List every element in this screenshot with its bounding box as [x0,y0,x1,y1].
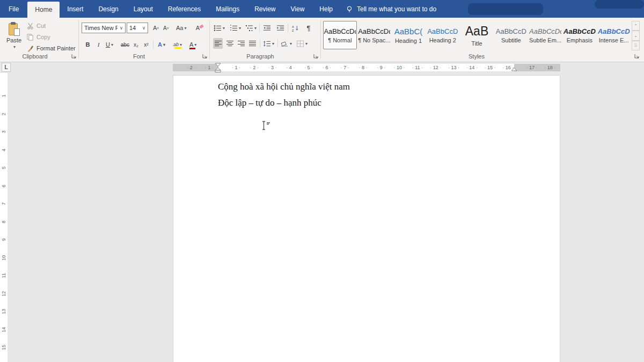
ruler-number: 3 [264,64,282,71]
ruler-number: 9 [372,64,390,71]
font-size-dropdown-icon[interactable]: ∨ [140,25,148,31]
tab-home[interactable]: Home [27,2,60,18]
clear-formatting-button[interactable]: A [193,23,202,33]
shrink-font-button[interactable]: A˅ [162,23,171,33]
paragraph[interactable]: Độc lập – tự do – hạnh phúc [218,95,516,111]
style-heading-1[interactable]: AaBbC( Heading 1 [392,21,426,49]
tab-file[interactable]: File [0,0,27,18]
tab-view[interactable]: View [283,0,312,18]
paragraph-dialog-launcher[interactable] [313,53,319,59]
style-heading-2[interactable]: AaBbCcD Heading 2 [426,21,459,49]
bullets-button[interactable]: ▾ [213,23,225,33]
vertical-ruler[interactable]: 12345678910111213141516 [0,73,8,362]
styles-scroll-up-button[interactable]: ⌃ [632,21,640,31]
decrease-indent-button[interactable] [262,23,272,33]
tell-me-box[interactable]: Tell me what you want to do [340,0,442,18]
svg-text:A: A [291,25,294,28]
text-effects-button[interactable]: A▾ [156,39,167,50]
tab-review[interactable]: Review [247,0,283,18]
titlebar-smudge [468,3,543,15]
document-page[interactable]: Cộng hoà xã hội chủ nghĩa việt nam Độc l… [173,75,560,362]
ruler-number: 13 [445,64,463,71]
style-subtitle[interactable]: AaBbCcD Subtitle [494,21,528,49]
tab-references[interactable]: References [160,0,208,18]
style-emphasis[interactable]: AaBbCcDd Emphasis [562,21,596,49]
increase-indent-button[interactable] [275,23,285,33]
style-name: Title [471,40,482,47]
tab-layout[interactable]: Layout [126,0,160,18]
cut-button[interactable]: Cut [27,21,46,31]
bold-button[interactable]: B [83,39,92,50]
indent-markers[interactable] [215,63,221,72]
styles-gallery-scroll: ⌃ ⌄ ⍗ [632,21,640,50]
tab-design[interactable]: Design [91,0,126,18]
subscript-label: x₂ [134,42,138,48]
style-no-spacing[interactable]: AaBbCcDd ¶ No Spac... [357,21,391,49]
copy-button[interactable]: Copy [27,32,50,42]
bullets-icon [214,25,222,32]
paragraph[interactable]: Cộng hoà xã hội chủ nghĩa việt nam [218,79,516,95]
italic-label: I [98,41,100,48]
styles-dialog-launcher[interactable] [634,53,640,59]
font-size-combobox[interactable]: 14 ∨ [127,23,148,33]
ruler-number: 13 [0,308,8,315]
tab-help[interactable]: Help [312,0,340,18]
styles-gallery-more-button[interactable]: ⍗ [632,41,640,50]
clipboard-dialog-launcher[interactable] [71,53,77,59]
ruler-number: 2 [245,64,264,71]
show-hide-pilcrow-button[interactable]: ¶ [304,23,313,33]
align-right-button[interactable] [236,38,246,49]
shading-button[interactable]: ▾ [280,38,292,49]
clipboard-group-label: Clipboard [11,53,59,61]
line-spacing-button[interactable]: ▾ [262,38,275,49]
cut-label: Cut [36,23,46,29]
document-area[interactable]: 12345678910111213141516 Cộng hoà xã hội … [0,73,644,362]
font-color-button[interactable]: A ▾ [188,39,198,50]
align-center-button[interactable] [225,38,235,49]
styles-scroll-down-button[interactable]: ⌄ [632,31,640,40]
style-subtle-emphasis[interactable]: AaBbCcDd Subtle Em... [529,21,562,49]
right-indent-marker[interactable] [511,67,517,71]
underline-button[interactable]: U▾ [104,39,115,50]
style-intense-emphasis[interactable]: AaBbCcDd Intense E... [597,21,631,49]
numbering-button[interactable]: ▾ [229,23,241,33]
multilevel-list-button[interactable]: ▾ [245,23,257,33]
ruler-number: 14 [463,64,481,71]
pilcrow-icon: ¶ [307,24,311,32]
paste-dropdown-caret[interactable]: ▾ [13,45,16,49]
style-preview: AaBbCcDd [598,27,630,35]
font-name-combobox[interactable]: Times New R ∨ [82,23,126,33]
font-name-dropdown-icon[interactable]: ∨ [118,25,125,31]
change-case-button[interactable]: Aa▾ [174,23,188,33]
style-preview: AaBbC( [394,27,423,36]
sort-button[interactable]: AZ [290,23,300,33]
ruler-number: 7 [336,64,354,71]
borders-icon [296,40,304,47]
shrink-font-label: A [163,25,167,31]
font-dialog-launcher[interactable] [202,53,208,59]
ruler-number: 2 [182,64,200,71]
paste-button[interactable]: Paste ▾ [4,21,24,57]
justify-button[interactable] [247,38,257,49]
borders-button[interactable]: ▾ [296,38,308,49]
tab-insert[interactable]: Insert [60,0,91,18]
format-painter-button[interactable]: Format Painter [27,43,76,53]
align-left-button[interactable] [213,38,223,49]
italic-button[interactable]: I [94,39,103,50]
ruler-number: 12 [0,290,8,297]
style-title[interactable]: AaB Title [460,21,494,49]
horizontal-ruler[interactable]: 21 12345678910111213141516 171819 [173,64,560,71]
tab-stop-selector[interactable]: L [2,63,11,72]
style-normal[interactable]: AaBbCcDd ¶ Normal [323,21,357,49]
highlight-color-button[interactable]: ab ▾ [172,39,184,50]
grow-font-button[interactable]: A˄ [151,23,160,33]
tab-mailings[interactable]: Mailings [208,0,247,18]
superscript-button[interactable]: x² [142,39,151,50]
sort-az-icon: AZ [291,25,299,32]
ruler-number: 6 [318,64,336,71]
subscript-button[interactable]: x₂ [131,39,141,50]
align-center-icon [226,40,234,47]
document-text[interactable]: Cộng hoà xã hội chủ nghĩa việt nam Độc l… [218,79,516,111]
strikethrough-button[interactable]: abc [119,39,131,50]
font-group-label: Font [115,53,163,61]
